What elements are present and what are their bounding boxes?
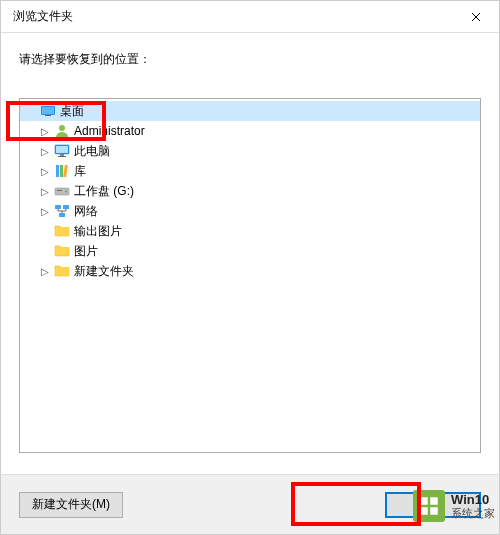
titlebar: 浏览文件夹 (1, 1, 499, 33)
user-icon (54, 123, 70, 139)
svg-rect-10 (63, 165, 68, 177)
tree-item-output-images[interactable]: 输出图片 (20, 221, 480, 241)
tree-label: 输出图片 (74, 223, 122, 240)
tree-label: 此电脑 (74, 143, 110, 160)
expander-icon[interactable]: ▷ (38, 124, 52, 138)
tree-label: Administrator (74, 124, 145, 138)
dialog-content: 请选择要恢复到的位置： 桌面 ▷ Administrator ▷ (1, 33, 499, 453)
svg-rect-15 (63, 205, 69, 209)
svg-rect-8 (56, 165, 59, 177)
tree-item-libraries[interactable]: ▷ 库 (20, 161, 480, 181)
svg-point-12 (65, 191, 67, 193)
expander-icon[interactable]: ▷ (38, 184, 52, 198)
svg-rect-1 (42, 107, 54, 114)
network-icon (54, 203, 70, 219)
svg-rect-6 (60, 154, 64, 156)
folder-icon (54, 243, 70, 259)
tree-label: 工作盘 (G:) (74, 183, 134, 200)
folder-icon (54, 263, 70, 279)
pc-icon (54, 143, 70, 159)
tree-item-images[interactable]: 图片 (20, 241, 480, 261)
svg-rect-7 (58, 156, 66, 157)
desktop-icon (40, 103, 56, 119)
svg-rect-9 (60, 165, 63, 177)
tree-label: 图片 (74, 243, 98, 260)
new-folder-button[interactable]: 新建文件夹(M) (19, 492, 123, 518)
expander-icon[interactable]: ▷ (38, 264, 52, 278)
library-icon (54, 163, 70, 179)
expander-icon[interactable]: ▷ (38, 144, 52, 158)
drive-icon (54, 183, 70, 199)
prompt-text: 请选择要恢复到的位置： (19, 51, 481, 68)
tree-label: 桌面 (60, 103, 84, 120)
expander-icon[interactable]: ▷ (38, 204, 52, 218)
folder-icon (54, 223, 70, 239)
tree-item-drive-g[interactable]: ▷ 工作盘 (G:) (20, 181, 480, 201)
close-button[interactable] (453, 1, 499, 33)
svg-rect-5 (56, 146, 68, 153)
expander-icon[interactable]: ▷ (38, 164, 52, 178)
svg-point-3 (59, 125, 65, 131)
svg-rect-13 (57, 190, 62, 191)
browse-folder-dialog: 浏览文件夹 请选择要恢复到的位置： 桌面 ▷ Administrator (0, 0, 500, 535)
tree-label: 网络 (74, 203, 98, 220)
ok-button[interactable]: 确定 (385, 492, 481, 518)
tree-item-this-pc[interactable]: ▷ 此电脑 (20, 141, 480, 161)
svg-rect-14 (55, 205, 61, 209)
folder-tree[interactable]: 桌面 ▷ Administrator ▷ 此电脑 ▷ (19, 98, 481, 453)
dialog-footer: 新建文件夹(M) 确定 (1, 474, 499, 534)
tree-item-network[interactable]: ▷ 网络 (20, 201, 480, 221)
tree-item-new-folder[interactable]: ▷ 新建文件夹 (20, 261, 480, 281)
tree-item-desktop[interactable]: 桌面 (20, 101, 480, 121)
dialog-title: 浏览文件夹 (13, 8, 73, 25)
svg-rect-2 (45, 115, 51, 116)
tree-label: 库 (74, 163, 86, 180)
svg-rect-16 (59, 213, 65, 217)
tree-label: 新建文件夹 (74, 263, 134, 280)
tree-item-administrator[interactable]: ▷ Administrator (20, 121, 480, 141)
